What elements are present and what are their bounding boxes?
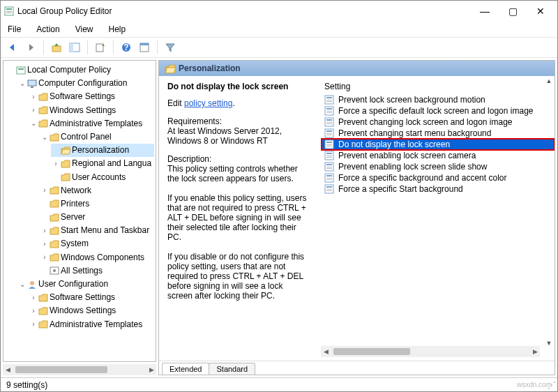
folder-icon: [38, 119, 48, 128]
setting-item[interactable]: Force a specific background and accent c…: [322, 172, 555, 183]
folder-icon: [61, 160, 70, 168]
settings-horizontal-scrollbar[interactable]: ◀▶: [321, 346, 540, 357]
folder-icon: [38, 106, 48, 114]
setting-item-label: Force a specific background and accent c…: [338, 173, 506, 183]
setting-item[interactable]: Prevent changing start menu background: [322, 128, 555, 139]
settings-column-header[interactable]: Setting: [322, 80, 555, 93]
svg-rect-53: [326, 189, 332, 190]
minimize-button[interactable]: —: [471, 1, 499, 21]
folder-icon: [50, 186, 59, 195]
setting-item[interactable]: Do not display the lock screen: [322, 139, 555, 150]
description-column: Do not display the lock screen Edit poli…: [159, 76, 316, 361]
svg-text:?: ?: [123, 43, 128, 52]
tree-label: Windows Settings: [50, 104, 116, 117]
tab-standard[interactable]: Standard: [209, 363, 255, 375]
setting-item[interactable]: Force a specific default lock screen and…: [322, 105, 555, 116]
svg-rect-30: [326, 123, 332, 124]
description-p2: If you enable this policy setting, users…: [167, 193, 308, 242]
policy-item-icon: [324, 184, 334, 194]
tree-root[interactable]: Local Computer Policy: [6, 63, 154, 77]
tree-label: Windows Components: [61, 251, 144, 264]
setting-item[interactable]: Force a specific Start background: [322, 183, 555, 195]
svg-rect-40: [326, 153, 332, 154]
svg-rect-6: [70, 43, 73, 52]
menu-view[interactable]: View: [73, 23, 96, 36]
setting-item[interactable]: Prevent lock screen background motion: [322, 94, 555, 105]
tree-label: System: [61, 237, 89, 250]
menu-help[interactable]: Help: [106, 23, 129, 36]
tree-printers[interactable]: Printers: [40, 197, 154, 211]
close-button[interactable]: ✕: [527, 1, 555, 21]
tree-user-configuration[interactable]: ⌄User Configuration: [17, 278, 154, 291]
tree-regional[interactable]: ›Regional and Langua: [51, 157, 154, 170]
svg-rect-48: [326, 175, 332, 176]
svg-rect-45: [326, 167, 332, 167]
tree-u-windows-settings[interactable]: ›Windows Settings: [29, 304, 154, 317]
tree-network[interactable]: ›Network: [40, 184, 154, 197]
setting-item-label: Prevent changing lock screen and logon i…: [338, 117, 513, 127]
tree-administrative-templates[interactable]: ⌄Administrative Templates: [29, 117, 154, 130]
tree-label: User Accounts: [72, 171, 126, 184]
up-button[interactable]: [49, 40, 64, 55]
requirements-text: At least Windows Server 2012, Windows 8 …: [167, 126, 308, 146]
filter-button[interactable]: [163, 40, 178, 55]
svg-rect-20: [326, 97, 332, 98]
tree-label: Administrative Templates: [50, 117, 142, 130]
svg-rect-21: [326, 100, 332, 100]
properties-button[interactable]: [137, 40, 152, 55]
tree-control-panel[interactable]: ⌄Control Panel: [40, 130, 154, 144]
tree-user-accounts[interactable]: User Accounts: [51, 171, 154, 184]
edit-policy-link[interactable]: policy setting: [184, 98, 232, 108]
tree-software-settings[interactable]: ›Software Settings: [29, 90, 154, 103]
tree-label: Administrative Templates: [50, 318, 142, 331]
tab-extended[interactable]: Extended: [162, 363, 209, 375]
scroll-down-icon[interactable]: ▼: [546, 340, 552, 347]
setting-item-label: Prevent lock screen background motion: [338, 95, 485, 105]
svg-rect-50: [326, 179, 332, 180]
policy-title: Do not display the lock screen: [167, 82, 308, 91]
setting-item[interactable]: Prevent enabling lock screen camera: [322, 150, 555, 161]
requirements-label: Requirements:: [167, 116, 308, 126]
setting-item[interactable]: Prevent enabling lock screen slide show: [322, 161, 555, 172]
tree-horizontal-scrollbar[interactable]: ◀▶: [3, 364, 156, 375]
resize-gripper[interactable]: ⋰: [548, 380, 556, 390]
svg-rect-11: [140, 43, 149, 45]
policy-item-icon: [324, 140, 334, 149]
menu-action[interactable]: Action: [33, 23, 62, 36]
folder-icon: [50, 253, 59, 262]
maximize-button[interactable]: ▢: [499, 1, 527, 21]
tree-server[interactable]: Server: [40, 211, 154, 224]
show-hide-tree-button[interactable]: [67, 40, 82, 55]
tree-windows-settings[interactable]: ›Windows Settings: [29, 104, 154, 117]
view-tabs: Extended Standard: [159, 361, 555, 375]
tree-u-administrative-templates[interactable]: ›Administrative Templates: [29, 318, 154, 331]
scroll-up-icon[interactable]: ▲: [546, 77, 552, 84]
setting-item[interactable]: Prevent changing lock screen and logon i…: [322, 116, 555, 128]
titlebar: Local Group Policy Editor — ▢ ✕: [1, 1, 557, 22]
svg-rect-3: [6, 13, 12, 13]
svg-rect-49: [326, 178, 332, 179]
tree-start-menu[interactable]: ›Start Menu and Taskbar: [40, 224, 154, 237]
svg-rect-34: [326, 135, 332, 135]
app-icon: [3, 6, 15, 17]
menu-file[interactable]: File: [5, 23, 24, 36]
tree-personalization[interactable]: Personalization: [51, 144, 154, 157]
svg-rect-52: [326, 186, 332, 188]
tree-label: Regional and Langua: [72, 157, 151, 170]
tree-u-software-settings[interactable]: ›Software Settings: [29, 291, 154, 304]
tree-all-settings[interactable]: All Settings: [40, 264, 154, 278]
tree-label: Windows Settings: [50, 304, 116, 317]
back-button[interactable]: [5, 40, 20, 55]
help-button[interactable]: ?: [119, 40, 134, 55]
settings-vertical-scrollbar[interactable]: ▲ ▼: [543, 77, 555, 347]
folder-icon: [61, 173, 70, 181]
forward-button[interactable]: [23, 40, 38, 55]
menubar: File Action View Help: [1, 22, 557, 37]
svg-rect-12: [17, 67, 25, 74]
tree-windows-components[interactable]: ›Windows Components: [40, 251, 154, 264]
tree-system[interactable]: ›System: [40, 237, 154, 250]
export-button[interactable]: [93, 40, 108, 55]
policy-icon: [16, 66, 26, 75]
policy-item-icon: [324, 128, 334, 138]
tree-computer-configuration[interactable]: ⌄Computer Configuration: [17, 77, 154, 90]
